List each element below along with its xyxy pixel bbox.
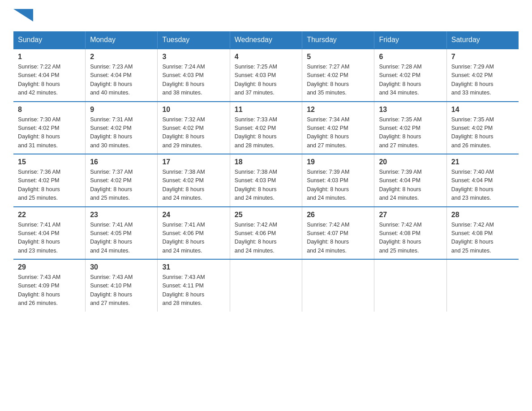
day-info: Sunrise: 7:43 AM Sunset: 4:11 PM Dayligh… (162, 273, 225, 308)
weekday-header-wednesday: Wednesday (230, 31, 302, 49)
day-number: 6 (379, 53, 442, 61)
day-info: Sunrise: 7:33 AM Sunset: 4:02 PM Dayligh… (235, 116, 297, 150)
logo-text (13, 9, 33, 23)
day-number: 15 (18, 158, 81, 166)
day-info: Sunrise: 7:24 AM Sunset: 4:03 PM Dayligh… (162, 63, 225, 98)
day-number: 27 (379, 211, 442, 219)
calendar-day-cell: 28 Sunrise: 7:42 AM Sunset: 4:08 PM Dayl… (446, 207, 519, 260)
weekday-header-sunday: Sunday (13, 31, 86, 49)
calendar-week-row: 1 Sunrise: 7:22 AM Sunset: 4:04 PM Dayli… (13, 49, 519, 102)
day-number: 1 (18, 53, 81, 61)
logo (13, 9, 33, 22)
calendar-day-cell: 3 Sunrise: 7:24 AM Sunset: 4:03 PM Dayli… (158, 49, 230, 102)
weekday-header-monday: Monday (86, 31, 158, 49)
day-info: Sunrise: 7:25 AM Sunset: 4:03 PM Dayligh… (235, 63, 297, 98)
day-info: Sunrise: 7:34 AM Sunset: 4:02 PM Dayligh… (307, 116, 369, 150)
day-info: Sunrise: 7:35 AM Sunset: 4:02 PM Dayligh… (451, 116, 514, 150)
day-info: Sunrise: 7:41 AM Sunset: 4:06 PM Dayligh… (162, 221, 225, 256)
calendar-day-cell: 18 Sunrise: 7:38 AM Sunset: 4:03 PM Dayl… (230, 154, 302, 207)
calendar-day-cell: 31 Sunrise: 7:43 AM Sunset: 4:11 PM Dayl… (158, 259, 230, 312)
calendar-day-cell: 25 Sunrise: 7:42 AM Sunset: 4:06 PM Dayl… (230, 207, 302, 260)
day-number: 4 (235, 53, 297, 61)
weekday-header-tuesday: Tuesday (158, 31, 230, 49)
calendar-day-cell: 9 Sunrise: 7:31 AM Sunset: 4:02 PM Dayli… (86, 102, 158, 154)
day-info: Sunrise: 7:43 AM Sunset: 4:10 PM Dayligh… (90, 273, 153, 308)
day-number: 9 (90, 106, 153, 114)
day-info: Sunrise: 7:38 AM Sunset: 4:02 PM Dayligh… (162, 168, 225, 203)
day-number: 30 (90, 263, 153, 271)
calendar-body: 1 Sunrise: 7:22 AM Sunset: 4:04 PM Dayli… (13, 49, 519, 312)
day-info: Sunrise: 7:39 AM Sunset: 4:04 PM Dayligh… (379, 168, 442, 203)
day-number: 28 (451, 211, 514, 219)
day-info: Sunrise: 7:32 AM Sunset: 4:02 PM Dayligh… (162, 116, 225, 150)
calendar-day-cell: 5 Sunrise: 7:27 AM Sunset: 4:02 PM Dayli… (302, 49, 374, 102)
day-number: 10 (162, 106, 225, 114)
day-info: Sunrise: 7:30 AM Sunset: 4:02 PM Dayligh… (18, 116, 81, 150)
logo-icon (13, 9, 33, 23)
day-info: Sunrise: 7:29 AM Sunset: 4:02 PM Dayligh… (451, 63, 514, 98)
calendar-day-cell: 14 Sunrise: 7:35 AM Sunset: 4:02 PM Dayl… (446, 102, 519, 154)
calendar-day-cell: 10 Sunrise: 7:32 AM Sunset: 4:02 PM Dayl… (158, 102, 230, 154)
day-number: 21 (451, 158, 514, 166)
day-number: 31 (162, 263, 225, 271)
svg-marker-0 (13, 9, 33, 21)
calendar-day-cell: 17 Sunrise: 7:38 AM Sunset: 4:02 PM Dayl… (158, 154, 230, 207)
calendar-day-cell (374, 259, 446, 312)
day-info: Sunrise: 7:38 AM Sunset: 4:03 PM Dayligh… (235, 168, 297, 203)
day-number: 16 (90, 158, 153, 166)
calendar-day-cell: 11 Sunrise: 7:33 AM Sunset: 4:02 PM Dayl… (230, 102, 302, 154)
day-number: 22 (18, 211, 81, 219)
calendar-day-cell (302, 259, 374, 312)
day-number: 12 (307, 106, 369, 114)
day-info: Sunrise: 7:41 AM Sunset: 4:04 PM Dayligh… (18, 221, 81, 256)
day-info: Sunrise: 7:35 AM Sunset: 4:02 PM Dayligh… (379, 116, 442, 150)
calendar-day-cell: 13 Sunrise: 7:35 AM Sunset: 4:02 PM Dayl… (374, 102, 446, 154)
calendar-day-cell: 6 Sunrise: 7:28 AM Sunset: 4:02 PM Dayli… (374, 49, 446, 102)
calendar-day-cell: 8 Sunrise: 7:30 AM Sunset: 4:02 PM Dayli… (13, 102, 86, 154)
calendar-day-cell: 30 Sunrise: 7:43 AM Sunset: 4:10 PM Dayl… (86, 259, 158, 312)
calendar-header: SundayMondayTuesdayWednesdayThursdayFrid… (13, 31, 519, 49)
day-info: Sunrise: 7:42 AM Sunset: 4:07 PM Dayligh… (307, 221, 369, 256)
day-info: Sunrise: 7:23 AM Sunset: 4:04 PM Dayligh… (90, 63, 153, 98)
day-number: 20 (379, 158, 442, 166)
day-info: Sunrise: 7:41 AM Sunset: 4:05 PM Dayligh… (90, 221, 153, 256)
calendar-day-cell: 20 Sunrise: 7:39 AM Sunset: 4:04 PM Dayl… (374, 154, 446, 207)
day-number: 29 (18, 263, 81, 271)
page-header (13, 9, 519, 22)
calendar-week-row: 15 Sunrise: 7:36 AM Sunset: 4:02 PM Dayl… (13, 154, 519, 207)
calendar-day-cell: 29 Sunrise: 7:43 AM Sunset: 4:09 PM Dayl… (13, 259, 86, 312)
calendar-day-cell: 21 Sunrise: 7:40 AM Sunset: 4:04 PM Dayl… (446, 154, 519, 207)
weekday-header-saturday: Saturday (446, 31, 519, 49)
day-info: Sunrise: 7:42 AM Sunset: 4:08 PM Dayligh… (451, 221, 514, 256)
calendar-day-cell: 19 Sunrise: 7:39 AM Sunset: 4:03 PM Dayl… (302, 154, 374, 207)
weekday-header-row: SundayMondayTuesdayWednesdayThursdayFrid… (13, 31, 519, 49)
day-info: Sunrise: 7:28 AM Sunset: 4:02 PM Dayligh… (379, 63, 442, 98)
calendar-day-cell (230, 259, 302, 312)
calendar-day-cell (446, 259, 519, 312)
calendar-day-cell: 26 Sunrise: 7:42 AM Sunset: 4:07 PM Dayl… (302, 207, 374, 260)
calendar-day-cell: 16 Sunrise: 7:37 AM Sunset: 4:02 PM Dayl… (86, 154, 158, 207)
calendar-day-cell: 27 Sunrise: 7:42 AM Sunset: 4:08 PM Dayl… (374, 207, 446, 260)
weekday-header-thursday: Thursday (302, 31, 374, 49)
day-number: 24 (162, 211, 225, 219)
day-number: 2 (90, 53, 153, 61)
calendar-day-cell: 22 Sunrise: 7:41 AM Sunset: 4:04 PM Dayl… (13, 207, 86, 260)
day-info: Sunrise: 7:42 AM Sunset: 4:08 PM Dayligh… (379, 221, 442, 256)
day-number: 11 (235, 106, 297, 114)
day-info: Sunrise: 7:40 AM Sunset: 4:04 PM Dayligh… (451, 168, 514, 203)
day-info: Sunrise: 7:43 AM Sunset: 4:09 PM Dayligh… (18, 273, 81, 308)
calendar-week-row: 29 Sunrise: 7:43 AM Sunset: 4:09 PM Dayl… (13, 259, 519, 312)
day-info: Sunrise: 7:37 AM Sunset: 4:02 PM Dayligh… (90, 168, 153, 203)
weekday-header-friday: Friday (374, 31, 446, 49)
day-number: 23 (90, 211, 153, 219)
calendar-day-cell: 15 Sunrise: 7:36 AM Sunset: 4:02 PM Dayl… (13, 154, 86, 207)
day-info: Sunrise: 7:39 AM Sunset: 4:03 PM Dayligh… (307, 168, 369, 203)
day-number: 18 (235, 158, 297, 166)
calendar-week-row: 22 Sunrise: 7:41 AM Sunset: 4:04 PM Dayl… (13, 207, 519, 260)
day-info: Sunrise: 7:27 AM Sunset: 4:02 PM Dayligh… (307, 63, 369, 98)
day-info: Sunrise: 7:22 AM Sunset: 4:04 PM Dayligh… (18, 63, 81, 98)
calendar-day-cell: 1 Sunrise: 7:22 AM Sunset: 4:04 PM Dayli… (13, 49, 86, 102)
day-number: 17 (162, 158, 225, 166)
day-number: 3 (162, 53, 225, 61)
day-number: 7 (451, 53, 514, 61)
